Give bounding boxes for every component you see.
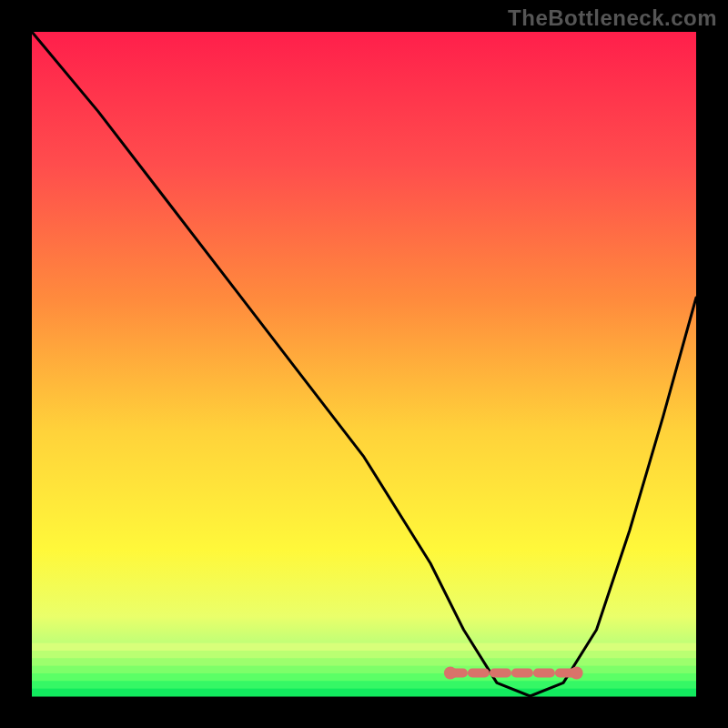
- svg-rect-6: [32, 689, 696, 697]
- svg-rect-5: [32, 681, 696, 689]
- chart-frame: TheBottleneck.com: [0, 0, 728, 728]
- svg-rect-1: [32, 651, 696, 659]
- svg-rect-2: [32, 658, 696, 666]
- bottleneck-chart: [0, 0, 728, 728]
- svg-rect-0: [32, 643, 696, 652]
- svg-rect-4: [32, 673, 696, 682]
- svg-point-9: [571, 666, 583, 679]
- gradient-background: [32, 32, 696, 696]
- bottom-band: [32, 643, 696, 697]
- svg-point-8: [444, 666, 457, 679]
- svg-rect-3: [32, 666, 696, 674]
